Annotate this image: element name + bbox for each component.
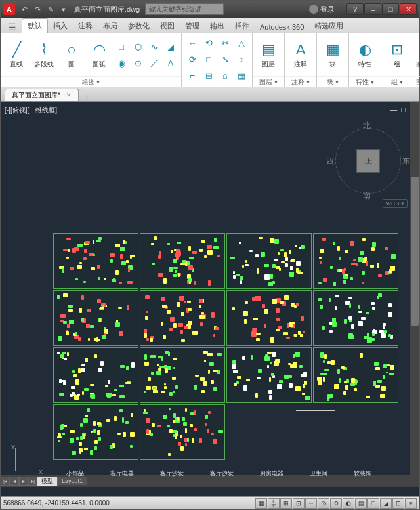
add-file-tab-button[interactable]: + xyxy=(81,91,93,101)
ribbon-button[interactable]: ⌇多段线 xyxy=(31,35,57,75)
compass-south[interactable]: 南 xyxy=(363,190,371,202)
ribbon-small-button[interactable]: ◢ xyxy=(163,39,178,54)
ribbon-small-button[interactable]: A xyxy=(163,55,178,71)
status-toggle-button[interactable]: ▾ xyxy=(405,498,417,509)
cad-block-cell[interactable] xyxy=(53,404,138,460)
ribbon-button[interactable]: ▦块 xyxy=(320,35,346,75)
view-cube-face[interactable]: 上 xyxy=(356,149,380,173)
layout-nav-next[interactable]: ▸ xyxy=(19,477,28,486)
ribbon-small-button[interactable]: ↔ xyxy=(184,35,200,51)
qat-redo-icon[interactable]: ↷ xyxy=(32,4,43,14)
cad-block-cell[interactable] xyxy=(313,233,398,289)
ribbon-tab-parametric[interactable]: 参数化 xyxy=(123,19,155,33)
help-button[interactable]: ? xyxy=(346,3,364,15)
maximize-button[interactable]: □ xyxy=(382,3,399,15)
ribbon-tab-a360[interactable]: Autodesk 360 xyxy=(255,21,309,33)
ribbon-tab-featured[interactable]: 精选应用 xyxy=(309,19,348,33)
layout-nav-first[interactable]: |◂ xyxy=(1,477,10,486)
ribbon-button[interactable]: ○圆 xyxy=(58,35,85,75)
panel-label[interactable]: 实用工具 xyxy=(413,76,420,87)
cad-block-cell[interactable] xyxy=(140,290,225,346)
ribbon-menu-icon[interactable]: ☰ xyxy=(6,21,18,33)
cad-block-cell[interactable] xyxy=(313,290,398,346)
panel-label[interactable]: 注释 ▾ xyxy=(285,76,316,87)
panel-label[interactable]: 组 ▾ xyxy=(381,76,413,87)
status-toggle-button[interactable]: □ xyxy=(368,498,379,509)
drawing-canvas[interactable]: [-][俯视][二维线框] — □ ✕ 上 北 南 东 西 WCS ▾ Y X … xyxy=(1,102,419,496)
file-tab[interactable]: 真平面立面图库* ✕ xyxy=(5,89,79,101)
ucs-icon[interactable]: Y X xyxy=(10,444,43,477)
compass-west[interactable]: 西 xyxy=(326,156,334,167)
ribbon-small-button[interactable]: ⤡ xyxy=(217,51,233,67)
status-toggle-button[interactable]: ⊙ xyxy=(318,498,329,509)
status-toggle-button[interactable]: ▦ xyxy=(255,498,267,509)
layout-tab-layout1[interactable]: Layout1 xyxy=(58,477,87,485)
app-icon[interactable]: A xyxy=(3,3,15,15)
vertical-scrollbar[interactable] xyxy=(410,102,419,475)
ribbon-button[interactable]: ╱直线 xyxy=(3,35,30,75)
ribbon-small-button[interactable]: ⌐ xyxy=(184,68,200,83)
cad-block-cell[interactable] xyxy=(140,233,225,289)
cad-block-cell[interactable] xyxy=(53,290,138,346)
panel-label[interactable]: 特性 ▾ xyxy=(349,76,381,87)
status-toggle-button[interactable]: ⟲ xyxy=(330,498,342,509)
ribbon-small-button[interactable]: ⌂ xyxy=(217,68,233,83)
cad-block-cell[interactable] xyxy=(140,404,225,460)
ribbon-small-button[interactable]: ⟳ xyxy=(184,51,200,67)
cad-block-cell[interactable] xyxy=(53,347,138,403)
ribbon-tab-output[interactable]: 输出 xyxy=(205,19,230,33)
ribbon-button[interactable]: ▤实用工具 xyxy=(416,35,420,75)
status-toggle-button[interactable]: ⊞ xyxy=(280,498,292,509)
ribbon-small-button[interactable]: ∿ xyxy=(146,39,162,54)
viewport-maximize-icon[interactable]: □ xyxy=(401,106,406,114)
ribbon-small-button[interactable]: ◉ xyxy=(114,55,129,71)
cad-block-cell[interactable] xyxy=(140,347,225,403)
ribbon-small-button[interactable]: ⬡ xyxy=(130,39,146,54)
status-toggle-button[interactable]: ╬ xyxy=(268,498,280,509)
ribbon-button[interactable]: ▤图层 xyxy=(255,35,282,75)
status-toggle-button[interactable]: ◐ xyxy=(343,498,354,509)
layout-nav-prev[interactable]: ◂ xyxy=(10,477,19,486)
ribbon-small-button[interactable]: ／ xyxy=(146,55,162,71)
cad-block-cell[interactable] xyxy=(226,290,312,346)
panel-label[interactable]: 绘图 ▾ xyxy=(1,76,181,87)
ribbon-small-button[interactable]: △ xyxy=(234,35,249,51)
ribbon-tab-default[interactable]: 默认 xyxy=(22,18,48,33)
panel-label[interactable]: 图层 ▾ xyxy=(253,76,284,87)
ribbon-tab-manage[interactable]: 管理 xyxy=(180,19,205,33)
ribbon-button[interactable]: ◐特性 xyxy=(352,35,378,75)
viewport-minimize-icon[interactable]: — xyxy=(390,106,397,114)
cad-block-cell[interactable] xyxy=(226,233,312,289)
ribbon-small-button[interactable]: ⊙ xyxy=(130,55,146,71)
compass-east[interactable]: 东 xyxy=(402,156,410,167)
ribbon-button[interactable]: ◠圆弧 xyxy=(86,35,112,75)
ribbon-button[interactable]: ⊡组 xyxy=(384,35,410,75)
qat-undo-icon[interactable]: ↶ xyxy=(19,4,30,14)
panel-label[interactable]: 块 ▾ xyxy=(317,76,348,87)
login-button[interactable]: 登录 xyxy=(309,5,335,14)
ribbon-button[interactable]: A注释 xyxy=(287,35,314,75)
cad-block-cell[interactable] xyxy=(53,233,138,289)
ribbon-tab-layout[interactable]: 布局 xyxy=(98,19,123,33)
view-info-label[interactable]: [-][俯视][二维线框] xyxy=(5,106,57,115)
coordinates-display[interactable]: 568866.0649, -240159.4451, 0.0000 xyxy=(3,499,110,507)
layout-tab-model[interactable]: 模型 xyxy=(37,477,58,486)
ribbon-small-button[interactable]: ✂ xyxy=(217,35,233,51)
ribbon-small-button[interactable]: ⟲ xyxy=(201,35,217,51)
view-cube[interactable]: 上 北 南 东 西 xyxy=(329,121,408,200)
status-toggle-button[interactable]: ▤ xyxy=(355,498,367,509)
ribbon-small-button[interactable]: ▦ xyxy=(234,68,249,83)
ribbon-small-button[interactable]: □ xyxy=(201,51,217,67)
status-toggle-button[interactable]: ⊡ xyxy=(293,498,304,509)
ribbon-tab-insert[interactable]: 插入 xyxy=(48,19,73,33)
ribbon-small-button[interactable]: ⊞ xyxy=(201,68,217,83)
search-input[interactable]: 键入关键字或短语 xyxy=(145,3,224,15)
ribbon-small-button[interactable]: □ xyxy=(114,39,129,54)
file-tab-close-icon[interactable]: ✕ xyxy=(66,92,72,98)
ribbon-tab-view[interactable]: 视图 xyxy=(155,19,180,33)
ribbon-small-button[interactable]: ↕ xyxy=(234,51,249,67)
ribbon-tab-annotate[interactable]: 注释 xyxy=(73,19,98,33)
qat-more-icon[interactable]: ▾ xyxy=(58,4,69,14)
compass-north[interactable]: 北 xyxy=(363,120,371,131)
qat-edit-icon[interactable]: ✎ xyxy=(45,4,56,14)
